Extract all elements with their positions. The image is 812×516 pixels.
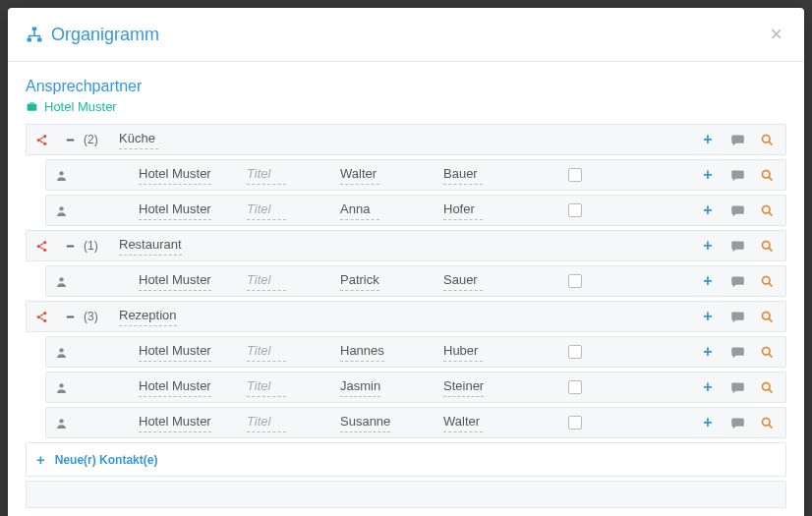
search-button[interactable] bbox=[756, 129, 778, 150]
svg-point-20 bbox=[36, 315, 39, 317]
add-button[interactable]: + bbox=[697, 306, 719, 327]
search-button[interactable] bbox=[756, 200, 778, 221]
search-button[interactable] bbox=[756, 341, 778, 363]
title-cell[interactable]: Titel bbox=[241, 342, 334, 361]
share-icon[interactable] bbox=[27, 240, 56, 253]
hotel-cell[interactable]: Hotel Muster bbox=[133, 165, 241, 184]
group-name-cell[interactable]: Rezeption bbox=[113, 307, 408, 325]
group-row: (2)Küche+ bbox=[26, 124, 786, 155]
title-cell[interactable]: Titel bbox=[241, 377, 334, 396]
row-actions: + bbox=[697, 376, 785, 398]
contact-grid: (2)Küche+Hotel MusterTitelWalterBauer+Ho… bbox=[26, 124, 786, 438]
group-name-cell[interactable]: Küche bbox=[113, 130, 408, 148]
row-actions: + bbox=[697, 270, 785, 292]
collapse-toggle[interactable] bbox=[56, 135, 84, 145]
search-button[interactable] bbox=[756, 306, 778, 327]
share-icon[interactable] bbox=[27, 311, 56, 323]
title-cell[interactable]: Titel bbox=[241, 201, 334, 219]
user-icon[interactable] bbox=[46, 417, 76, 430]
collapse-toggle[interactable] bbox=[56, 312, 84, 322]
group-row: (3)Rezeption+ bbox=[26, 301, 786, 332]
user-icon[interactable] bbox=[46, 275, 76, 288]
svg-point-26 bbox=[59, 383, 63, 387]
firstname-cell[interactable]: Jasmin bbox=[334, 377, 437, 396]
firstname-cell[interactable]: Susanne bbox=[334, 413, 437, 431]
row-actions: + bbox=[697, 129, 785, 150]
add-button[interactable]: + bbox=[697, 235, 719, 257]
firstname-cell[interactable]: Anna bbox=[334, 201, 437, 219]
group-name: Küche bbox=[119, 130, 158, 148]
title-cell[interactable]: Titel bbox=[241, 165, 334, 184]
search-button[interactable] bbox=[756, 235, 778, 257]
user-icon[interactable] bbox=[46, 169, 76, 182]
search-button[interactable] bbox=[756, 164, 778, 186]
comment-button[interactable] bbox=[726, 270, 748, 292]
modal-body: Ansprechpartner Hotel Muster (2)Küche+Ho… bbox=[8, 62, 804, 516]
row-checkbox[interactable] bbox=[568, 274, 582, 288]
comment-button[interactable] bbox=[726, 129, 748, 150]
svg-point-29 bbox=[762, 418, 770, 426]
svg-point-16 bbox=[762, 241, 770, 249]
row-checkbox[interactable] bbox=[568, 380, 582, 394]
title-cell[interactable]: Titel bbox=[241, 413, 334, 431]
comment-button[interactable] bbox=[726, 341, 748, 363]
user-icon[interactable] bbox=[46, 346, 76, 359]
hotel-cell[interactable]: Hotel Muster bbox=[133, 271, 241, 290]
search-button[interactable] bbox=[756, 376, 778, 398]
add-button[interactable]: + bbox=[697, 341, 719, 363]
svg-point-25 bbox=[762, 347, 770, 355]
comment-button[interactable] bbox=[726, 235, 748, 257]
hotel-cell[interactable]: Hotel Muster bbox=[133, 413, 241, 431]
modal-header: Organigramm × bbox=[8, 8, 804, 62]
add-button[interactable]: + bbox=[697, 129, 719, 150]
add-button[interactable]: + bbox=[697, 376, 719, 398]
checkbox-cell bbox=[551, 380, 600, 394]
search-button[interactable] bbox=[756, 412, 778, 433]
row-checkbox[interactable] bbox=[568, 203, 582, 217]
title-cell[interactable]: Titel bbox=[241, 271, 334, 290]
hotel-cell[interactable]: Hotel Muster bbox=[133, 377, 241, 396]
comment-button[interactable] bbox=[726, 200, 748, 221]
lastname-cell[interactable]: Huber bbox=[437, 342, 551, 361]
share-icon[interactable] bbox=[27, 134, 56, 146]
lastname-cell[interactable]: Hofer bbox=[437, 201, 551, 219]
add-button[interactable]: + bbox=[697, 412, 719, 433]
hotel-cell[interactable]: Hotel Muster bbox=[133, 201, 241, 219]
collapse-toggle[interactable] bbox=[56, 241, 84, 252]
firstname-cell[interactable]: Patrick bbox=[334, 271, 437, 290]
lastname-cell[interactable]: Sauer bbox=[437, 271, 551, 290]
add-button[interactable]: + bbox=[697, 200, 719, 221]
svg-point-12 bbox=[43, 241, 46, 244]
group-name: Rezeption bbox=[119, 307, 177, 325]
comment-button[interactable] bbox=[726, 306, 748, 327]
svg-point-3 bbox=[43, 135, 46, 138]
firstname-cell[interactable]: Walter bbox=[334, 165, 437, 184]
new-contact-row[interactable]: + Neue(r) Kontakt(e) bbox=[26, 442, 786, 477]
group-name: Restaurant bbox=[119, 236, 182, 255]
contact-row: Hotel MusterTitelJasminSteiner+ bbox=[45, 372, 786, 403]
lastname-cell[interactable]: Steiner bbox=[437, 377, 551, 396]
close-button[interactable]: × bbox=[766, 22, 786, 47]
row-checkbox[interactable] bbox=[568, 345, 582, 359]
contact-row: Hotel MusterTitelWalterBauer+ bbox=[45, 159, 786, 191]
modal-title: Organigramm bbox=[26, 25, 159, 45]
hotel-cell[interactable]: Hotel Muster bbox=[133, 342, 241, 361]
firstname-cell[interactable]: Hannes bbox=[334, 342, 437, 361]
comment-button[interactable] bbox=[726, 164, 748, 186]
add-button[interactable]: + bbox=[697, 270, 719, 292]
svg-rect-0 bbox=[32, 28, 37, 31]
row-actions: + bbox=[697, 235, 785, 257]
row-checkbox[interactable] bbox=[568, 168, 582, 182]
comment-button[interactable] bbox=[726, 376, 748, 398]
comment-button[interactable] bbox=[726, 412, 748, 433]
briefcase-icon bbox=[26, 100, 38, 113]
search-button[interactable] bbox=[756, 270, 778, 292]
add-button[interactable]: + bbox=[697, 164, 719, 186]
lastname-cell[interactable]: Walter bbox=[437, 413, 551, 431]
group-name-cell[interactable]: Restaurant bbox=[113, 236, 408, 255]
user-icon[interactable] bbox=[46, 204, 76, 217]
row-checkbox[interactable] bbox=[568, 416, 582, 430]
user-icon[interactable] bbox=[46, 381, 76, 394]
lastname-cell[interactable]: Bauer bbox=[437, 165, 551, 184]
checkbox-cell bbox=[551, 416, 600, 430]
